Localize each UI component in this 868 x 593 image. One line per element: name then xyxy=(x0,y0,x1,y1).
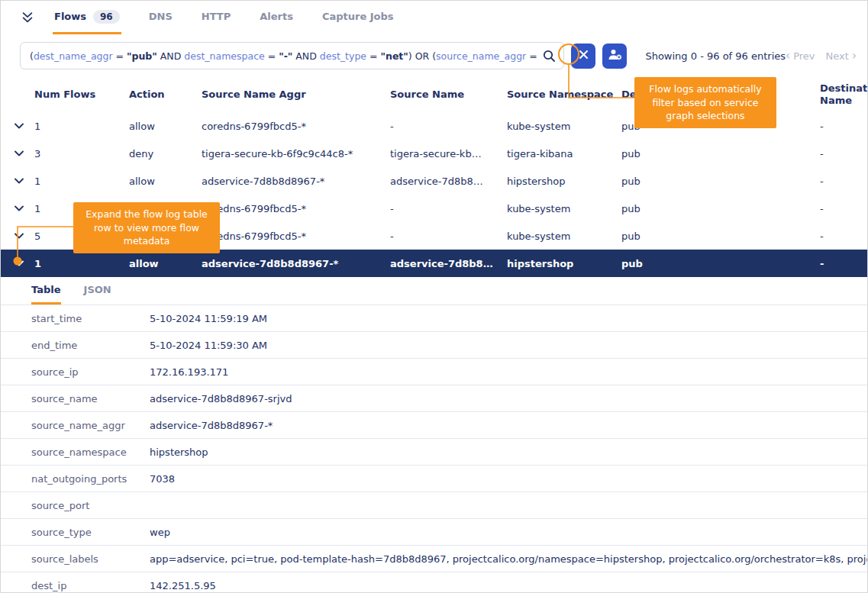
detail-value: 5-10-2024 11:59:19 AM xyxy=(150,313,867,324)
chevron-down-icon[interactable] xyxy=(15,150,34,156)
table-cell: - xyxy=(820,148,867,160)
detail-row[interactable]: source_nameadservice-7d8b8d8967-srjvd xyxy=(1,385,867,411)
tab-alerts[interactable]: Alerts xyxy=(258,1,295,34)
detail-body: start_time5-10-2024 11:59:19 AMend_time5… xyxy=(1,305,867,593)
detail-row[interactable]: source_typewep xyxy=(1,518,867,545)
query-token: dest_name_aggr xyxy=(34,50,113,62)
clear-filter-button[interactable] xyxy=(571,44,595,69)
tab-label: DNS xyxy=(149,11,173,22)
detail-key: source_ip xyxy=(1,366,150,378)
table-cell: adservice-7d8b8d8967-* xyxy=(202,258,390,269)
column-header: Source Name xyxy=(390,89,507,101)
close-icon xyxy=(579,50,589,62)
chevron-down-icon[interactable] xyxy=(15,260,34,266)
detail-value: wep xyxy=(150,527,867,538)
callout-filter-tip: Flow logs automatically filter based on … xyxy=(634,77,776,128)
query-token: AND xyxy=(292,50,319,62)
next-button[interactable]: Next › xyxy=(826,49,857,63)
detail-row[interactable]: source_namespacehipstershop xyxy=(1,438,867,465)
table-cell: - xyxy=(820,258,867,269)
top-tabs: Flows96DNSHTTPAlertsCapture Jobs xyxy=(53,1,421,34)
chevron-down-icon[interactable] xyxy=(15,205,34,211)
tab-label: HTTP xyxy=(202,11,231,22)
query-token: "net" xyxy=(380,50,408,62)
table-cell: allow xyxy=(129,258,202,269)
detail-row[interactable]: end_time5-10-2024 11:59:30 AM xyxy=(1,331,867,358)
table-cell: adservice-7d8b8… xyxy=(390,258,507,269)
table-row[interactable]: 1allowadservice-7d8b8d8967-*adservice-7d… xyxy=(1,167,867,195)
table-cell: allow xyxy=(129,121,202,132)
query-token: = xyxy=(366,50,380,62)
search-icon[interactable] xyxy=(543,50,556,63)
detail-row[interactable]: source_name_aggradservice-7d8b8d8967-* xyxy=(1,411,867,438)
chevron-down-icon[interactable] xyxy=(15,233,34,239)
tab-capture-jobs[interactable]: Capture Jobs xyxy=(321,1,395,34)
query-token: = xyxy=(113,50,127,62)
detail-tab-table[interactable]: Table xyxy=(31,277,61,305)
detail-row[interactable]: start_time5-10-2024 11:59:19 AM xyxy=(1,305,867,331)
detail-key: source_namespace xyxy=(1,446,150,458)
table-cell: pub xyxy=(621,203,820,214)
detail-value: hipstershop xyxy=(150,446,867,458)
detail-row[interactable]: source_port xyxy=(1,491,867,518)
table-cell: kube-system xyxy=(507,203,621,214)
table-cell: tigera-secure-kb… xyxy=(390,148,507,160)
table-cell: allow xyxy=(129,176,202,187)
detail-value: app=adservice, pci=true, pod-template-ha… xyxy=(150,553,867,565)
detail-value: 142.251.5.95 xyxy=(150,580,867,591)
table-cell: 1 xyxy=(34,121,129,132)
detail-tab-json[interactable]: JSON xyxy=(84,277,111,305)
tab-label: Flows xyxy=(54,11,86,22)
detail-value: 5-10-2024 11:59:30 AM xyxy=(150,340,867,351)
user-gear-icon xyxy=(608,48,622,63)
results-count: Showing 0 - 96 of 96 entries xyxy=(645,50,786,62)
top-tab-bar: Flows96DNSHTTPAlertsCapture Jobs xyxy=(1,1,867,34)
query-token: = xyxy=(526,50,537,62)
collapse-panel-icon[interactable] xyxy=(21,1,34,34)
table-cell: coredns-6799fbcd5-* xyxy=(202,121,390,132)
detail-key: end_time xyxy=(1,340,150,351)
detail-key: source_labels xyxy=(1,553,150,565)
detail-key: source_port xyxy=(1,500,150,511)
table-cell: tigera-kibana xyxy=(507,148,621,160)
query-token: ) OR ( xyxy=(408,50,436,62)
detail-row[interactable]: nat_outgoing_ports7038 xyxy=(1,465,867,491)
detail-row[interactable]: dest_ip142.251.5.95 xyxy=(1,572,867,593)
tab-http[interactable]: HTTP xyxy=(200,1,232,34)
table-cell: tigera-secure-kb-6f9c9c44c8-* xyxy=(202,148,390,160)
chevron-down-icon[interactable] xyxy=(15,178,34,184)
column-header: Source Namespace xyxy=(507,89,621,101)
detail-key: source_name_aggr xyxy=(1,420,150,431)
detail-value: 172.16.193.171 xyxy=(150,366,867,378)
table-cell: - xyxy=(820,121,867,132)
filter-settings-button[interactable] xyxy=(602,44,627,69)
query-token: source_name_aggr xyxy=(436,50,526,62)
table-cell: deny xyxy=(129,148,202,160)
tab-badge: 96 xyxy=(93,10,120,24)
query-text: (dest_name_aggr = "pub" AND dest_namespa… xyxy=(30,50,537,62)
chevron-down-icon[interactable] xyxy=(15,123,34,129)
table-cell: adservice-7d8b8… xyxy=(390,176,507,187)
table-cell: 1 xyxy=(34,176,129,187)
tab-flows[interactable]: Flows96 xyxy=(53,1,121,34)
query-token: dest_namespace xyxy=(184,50,264,62)
table-cell: pub xyxy=(621,258,820,269)
detail-row[interactable]: source_labelsapp=adservice, pci=true, po… xyxy=(1,545,867,572)
table-row[interactable]: 1allowadservice-7d8b8d8967-*adservice-7d… xyxy=(1,250,867,277)
chevron-left-icon: ‹ xyxy=(786,49,790,63)
filter-bar: (dest_name_aggr = "pub" AND dest_namespa… xyxy=(1,34,867,77)
table-cell: adservice-7d8b8d8967-* xyxy=(202,176,390,187)
tab-label: Capture Jobs xyxy=(322,11,394,22)
table-row[interactable]: 3denytigera-secure-kb-6f9c9c44c8-*tigera… xyxy=(1,140,867,167)
detail-tabs: TableJSON xyxy=(1,277,867,305)
column-header: Action xyxy=(129,89,202,101)
table-cell: coredns-6799fbcd5-* xyxy=(202,203,390,214)
detail-value: 7038 xyxy=(150,473,867,485)
detail-row[interactable]: source_ip172.16.193.171 xyxy=(1,358,867,385)
query-filter-input[interactable]: (dest_name_aggr = "pub" AND dest_namespa… xyxy=(20,42,564,69)
tab-dns[interactable]: DNS xyxy=(147,1,174,34)
query-token: = xyxy=(265,50,279,62)
table-cell: kube-system xyxy=(507,230,621,242)
table-cell: pub xyxy=(621,176,820,187)
prev-button[interactable]: ‹ Prev xyxy=(786,49,815,63)
